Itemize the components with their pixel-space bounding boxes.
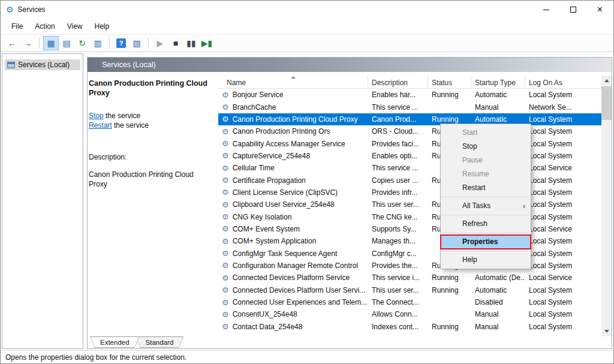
menu-item-properties[interactable]: Properties (441, 235, 531, 249)
menu-item-refresh[interactable]: Refresh (441, 217, 531, 231)
table-row[interactable]: ⚙Clipboard User Service_254e48This user … (218, 198, 601, 210)
menu-item-restart[interactable]: Restart (441, 181, 531, 195)
column-header-description[interactable]: Description (368, 76, 428, 88)
service-gear-icon: ⚙ (222, 152, 229, 160)
menu-item-help[interactable]: Help (441, 253, 531, 267)
service-gear-icon: ⚙ (222, 140, 229, 148)
scrollbar-thumb[interactable] (601, 86, 612, 120)
restart-link-suffix: the service (112, 121, 149, 130)
table-row[interactable]: ⚙ConsentUX_254e48Allows Conn...ManualLoc… (218, 308, 601, 320)
pause-service-button[interactable]: ▮▮ (183, 36, 199, 50)
service-gear-icon: ⚙ (222, 274, 229, 282)
cell-log-on-as: Local System (525, 260, 601, 272)
table-row[interactable]: ⚙CNG Key IsolationThe CNG ke...RunningLo… (218, 210, 601, 222)
menu-file[interactable]: File (5, 20, 29, 33)
show-console-tree-button[interactable]: ▦ (43, 36, 59, 50)
table-row[interactable]: ⚙COM+ Event SystemSupports Sy...RunningL… (218, 223, 601, 235)
table-row[interactable]: ⚙Canon Production Printing Cloud ProxyCa… (218, 113, 601, 125)
service-name: CNG Key Isolation (233, 213, 292, 221)
table-row[interactable]: ⚙Certificate PropagationCopies user ...R… (218, 174, 601, 186)
pause-service-icon: ▮▮ (186, 39, 195, 47)
service-log-on-as: Local System (529, 298, 572, 306)
tab-extended[interactable]: Extended (90, 336, 140, 348)
table-row[interactable]: ⚙Contact Data_254e48Indexes cont...Runni… (218, 321, 601, 333)
cell-log-on-as: Local System (525, 296, 601, 308)
menu-item-all-tasks[interactable]: All Tasks› (441, 199, 531, 213)
show-action-pane-button[interactable]: ▧ (129, 36, 145, 50)
table-row[interactable]: ⚙Cellular TimeThis service ...Local Serv… (218, 162, 601, 174)
service-gear-icon: ⚙ (222, 225, 229, 233)
forward-button[interactable]: → (20, 36, 35, 50)
menu-separator (442, 215, 529, 215)
column-header-log-on-as[interactable]: Log On As (525, 76, 612, 88)
scroll-up-button[interactable] (601, 76, 612, 86)
back-button[interactable]: ← (4, 36, 20, 50)
cell-description: The CNG ke... (368, 210, 428, 222)
service-gear-icon: ⚙ (222, 213, 229, 221)
cell-status (428, 101, 471, 113)
table-row[interactable]: ⚙COM+ System ApplicationManages th...Loc… (218, 235, 601, 247)
table-row[interactable]: ⚙Configuration Manager Remote ControlPro… (218, 260, 601, 272)
service-name: Certificate Propagation (233, 176, 306, 185)
service-gear-icon: ⚙ (222, 103, 229, 111)
menu-item-pause[interactable]: Pause (441, 154, 531, 167)
cell-description: The Connect... (368, 296, 428, 308)
cell-startup-type: Manual (471, 101, 525, 113)
service-log-on-as: Local Service (529, 164, 572, 172)
restart-service-link[interactable]: Restart (89, 121, 112, 130)
restart-service-button[interactable]: ▶▮ (199, 36, 215, 50)
refresh-console-button[interactable]: ↻ (74, 36, 90, 50)
view-tabs: ExtendedStandard (90, 336, 179, 348)
menu-item-stop[interactable]: Stop (441, 140, 531, 154)
vertical-scrollbar[interactable] (601, 76, 612, 336)
help-button[interactable]: ? (113, 36, 129, 50)
services-panel: Services (Local) Canon Production Printi… (87, 57, 612, 349)
close-button[interactable]: × (586, 1, 613, 19)
menu-help[interactable]: Help (89, 20, 116, 33)
properties-pane-button[interactable]: ▤ (59, 36, 74, 50)
menu-item-label: Help (462, 255, 477, 264)
context-menu: StartStopPauseResumeRestartAll Tasks›Ref… (440, 124, 531, 269)
service-log-on-as: Local System (529, 127, 572, 136)
column-label: Name (227, 79, 246, 87)
panel-header-title: Services (Local) (102, 61, 156, 69)
start-service-button[interactable]: ▶ (152, 36, 168, 50)
table-row[interactable]: ⚙Bonjour ServiceEnables har...RunningAut… (218, 89, 601, 101)
maximize-button[interactable] (559, 1, 586, 19)
menu-view[interactable]: View (61, 20, 89, 33)
minimize-button[interactable] (532, 1, 559, 19)
export-list-button[interactable]: ▥ (90, 36, 106, 50)
table-row[interactable]: ⚙CaptureService_254e48Enables opti...Run… (218, 150, 601, 162)
table-row[interactable]: ⚙Connected Devices Platform ServiceThis … (218, 272, 601, 284)
cell-description: Provides the... (368, 260, 428, 272)
table-row[interactable]: ⚙Capability Access Manager ServiceProvid… (218, 137, 601, 149)
service-startup-type: Manual (475, 103, 498, 112)
menu-action[interactable]: Action (29, 20, 61, 33)
table-row[interactable]: ⚙Connected Devices Platform User Servi..… (218, 284, 601, 296)
service-log-on-as: Local System (529, 176, 572, 185)
table-row[interactable]: ⚙Connected User Experiences and Telem...… (218, 296, 601, 308)
tree-item-services-local[interactable]: Services (Local) (5, 59, 80, 70)
table-row[interactable]: ⚙Client License Service (ClipSVC)Provide… (218, 186, 601, 198)
column-header-status[interactable]: Status (428, 76, 471, 88)
menu-item-resume[interactable]: Resume (441, 167, 531, 181)
cell-log-on-as: Local System (525, 137, 601, 149)
scroll-down-button[interactable] (601, 326, 612, 336)
cell-log-on-as: Local Service (525, 223, 601, 235)
table-row[interactable]: ⚙BranchCacheThis service ...ManualNetwor… (218, 101, 601, 113)
cell-log-on-as: Local System (525, 174, 601, 186)
table-row[interactable]: ⚙Canon Production Printing OrsORS - Clou… (218, 125, 601, 137)
service-gear-icon: ⚙ (222, 299, 229, 306)
table-row[interactable]: ⚙ConfigMgr Task Sequence AgentConfigMgr … (218, 247, 601, 259)
menu-item-start[interactable]: Start (441, 126, 531, 140)
stop-service-link[interactable]: Stop (89, 112, 104, 120)
service-name: COM+ System Application (233, 237, 317, 245)
service-gear-icon: ⚙ (222, 128, 229, 136)
titlebar: ⚙ Services × (1, 1, 613, 19)
tab-standard[interactable]: Standard (136, 336, 184, 348)
column-header-name[interactable]: Name (218, 76, 368, 88)
stop-service-button[interactable]: ■ (168, 36, 183, 50)
column-header-startup-type[interactable]: Startup Type (471, 76, 525, 88)
statusbar: Opens the properties dialog box for the … (1, 350, 613, 363)
service-log-on-as: Local System (529, 237, 572, 245)
